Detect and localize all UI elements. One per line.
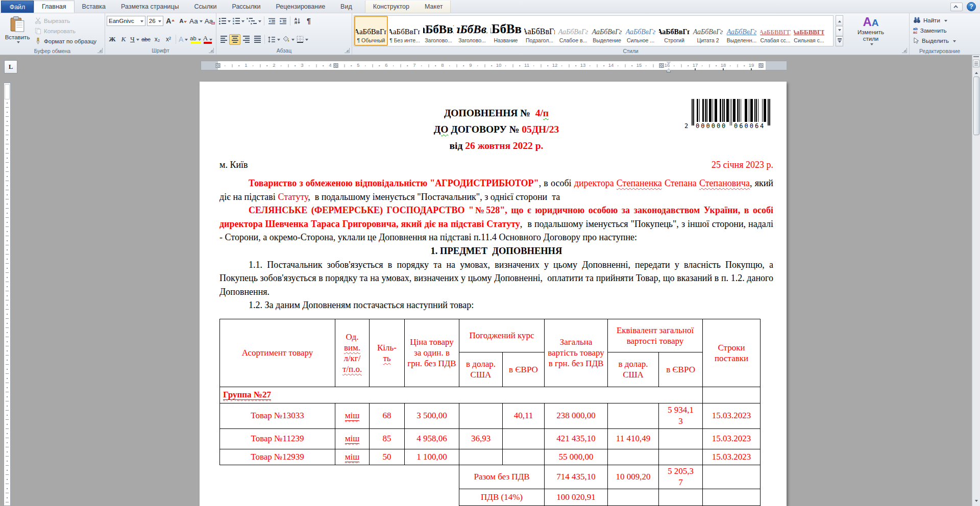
table-cell[interactable] xyxy=(503,449,545,465)
tab-конструктор[interactable]: Конструктор xyxy=(365,1,417,13)
tab-вид[interactable]: Вид xyxy=(333,1,360,13)
numbering-button[interactable] xyxy=(232,16,246,27)
strikethrough-button[interactable]: abc xyxy=(140,34,152,45)
table-cell[interactable]: 68 xyxy=(370,403,405,428)
table-cell[interactable]: 5 934,1 3 xyxy=(659,403,703,428)
styles-dialog-launcher-icon[interactable] xyxy=(902,48,907,53)
bold-button[interactable]: Ж xyxy=(107,34,118,45)
table-cell[interactable]: 15.03.2023 xyxy=(703,449,761,465)
table-cell[interactable]: 11 410,49 xyxy=(608,428,659,449)
scrollbar-thumb[interactable] xyxy=(973,77,979,135)
align-center-button[interactable] xyxy=(229,34,240,45)
col-header-equiv-usd[interactable]: в долар. США xyxy=(608,352,659,387)
table-cell[interactable]: 238 000,00 xyxy=(545,403,608,428)
minimize-ribbon-button[interactable] xyxy=(950,3,963,11)
shrink-font-button[interactable]: А xyxy=(178,16,189,27)
paste-button[interactable]: Вставить xyxy=(2,15,33,47)
table-column-marker[interactable] xyxy=(334,63,338,68)
title-line[interactable]: від 26 жовтня 2022 р. xyxy=(219,138,773,154)
find-button[interactable]: Найти xyxy=(913,15,968,26)
grow-font-button[interactable]: А xyxy=(165,16,176,27)
totals-label-cell[interactable]: Разом без ПДВ xyxy=(459,465,545,489)
table-cell[interactable] xyxy=(503,428,545,449)
table-column-marker[interactable] xyxy=(659,63,664,68)
col-header-assortment[interactable]: Асортимент товару xyxy=(220,319,335,387)
totals-label-cell[interactable]: ПДВ (14%) xyxy=(459,489,545,505)
font-size-combo[interactable]: 26 xyxy=(147,16,163,26)
col-header-equivalent[interactable]: Еквівалент загальної вартості товару xyxy=(608,319,703,352)
scroll-up-button[interactable] xyxy=(973,68,979,75)
multilevel-list-button[interactable] xyxy=(246,16,262,27)
table-cell[interactable]: Товар №12939 xyxy=(220,449,335,465)
vertical-ruler[interactable] xyxy=(4,83,11,506)
font-name-combo[interactable]: EanGnivc xyxy=(107,16,145,26)
table-cell[interactable]: 5 205,3 7 xyxy=(659,465,703,489)
style-item[interactable]: АаБбВвГгВыделение xyxy=(590,16,624,46)
style-item[interactable]: АаБбВвГг,¶ Обычный xyxy=(354,16,388,46)
style-item[interactable]: АаБбВвГгЗаголово... xyxy=(422,16,455,46)
col-header-qty[interactable]: Кіль-ть xyxy=(370,319,405,387)
tab-stop-marker[interactable] xyxy=(751,68,752,70)
tab-рецензирование[interactable]: Рецензирование xyxy=(268,1,333,13)
bullets-button[interactable] xyxy=(218,16,232,27)
view-ruler-toggle-button[interactable] xyxy=(973,60,979,67)
col-header-price[interactable]: Ціна товару за один. в грн. без ПДВ xyxy=(405,319,459,387)
col-header-rate-eur[interactable]: в ЄВРО xyxy=(503,352,545,387)
col-header-terms[interactable]: Строки поставки xyxy=(703,319,761,387)
table-cell[interactable] xyxy=(659,428,703,449)
style-item[interactable]: АаБбВвГг,Строгий xyxy=(657,16,691,46)
styles-scroll-up-button[interactable] xyxy=(836,15,843,26)
col-header-rate[interactable]: Погоджений курс xyxy=(459,319,545,352)
style-item[interactable]: АаБбВвГгПодзагол... xyxy=(523,16,556,46)
format-painter-button[interactable]: Формат по образцу xyxy=(33,36,103,46)
title-line[interactable]: ДО ДОГОВОРУ № 05ДН/23 xyxy=(219,121,773,138)
change-case-button[interactable]: Аа xyxy=(190,16,202,27)
table-cell[interactable]: 50 xyxy=(370,449,405,465)
decrease-indent-button[interactable] xyxy=(266,16,277,27)
underline-button[interactable]: Ч xyxy=(129,34,140,45)
increase-indent-button[interactable] xyxy=(277,16,288,27)
style-item[interactable]: АаБбВвГгЦитата 2 xyxy=(691,16,725,46)
text-effects-button[interactable]: А xyxy=(178,34,189,45)
table-cell[interactable]: міш xyxy=(335,449,370,465)
col-header-rate-usd[interactable]: в долар. США xyxy=(459,352,503,387)
paragraph[interactable]: Товариство з обмеженою відповідальністю … xyxy=(219,176,773,204)
tab-макет[interactable]: Макет xyxy=(417,1,450,13)
table-cell[interactable]: 421 435,10 xyxy=(545,428,608,449)
style-item[interactable]: АаБбВвГгСильное ... xyxy=(624,16,657,46)
table-cell[interactable]: 100 020,91 xyxy=(545,489,608,505)
style-item[interactable]: АаББВВГГ,Сильная с... xyxy=(792,16,826,46)
tab-stop-selector[interactable]: L xyxy=(4,60,17,73)
tab-рассылки[interactable]: Рассылки xyxy=(224,1,268,13)
tab-file[interactable]: Файл xyxy=(1,1,34,13)
col-header-equiv-eur[interactable]: в ЄВРО xyxy=(659,352,703,387)
horizontal-ruler[interactable]: 12345678910111213141516171819 xyxy=(201,61,786,70)
table-cell[interactable] xyxy=(659,449,703,465)
sort-button[interactable]: АЯ xyxy=(292,16,303,27)
style-item[interactable]: АаБбВвГгСлабое в... xyxy=(556,16,590,46)
align-right-button[interactable] xyxy=(240,34,252,45)
split-handle[interactable] xyxy=(973,56,979,58)
style-item[interactable]: АаББВВГГ,Слабая сс... xyxy=(758,16,792,46)
help-button[interactable]: ? xyxy=(967,2,976,11)
table-cell[interactable] xyxy=(703,465,761,489)
paragraph[interactable]: СЕЛЯНСЬКЕ (ФЕРМЕРСЬКЕ) ГОСПОДАРСТВО "№52… xyxy=(219,204,773,244)
copy-button[interactable]: Копировать xyxy=(33,26,103,36)
paragraph[interactable]: 1.2. За даним Доповненям постачається на… xyxy=(219,298,773,312)
table-cell[interactable]: Товар №13033 xyxy=(220,403,335,428)
table-cell[interactable] xyxy=(659,489,703,505)
vertical-scrollbar[interactable] xyxy=(972,55,980,506)
section-heading[interactable]: 1. ПРЕДМЕТ ДОПОВНЕННЯ xyxy=(219,244,773,258)
table-cell[interactable]: 36,93 xyxy=(459,428,503,449)
table-cell[interactable]: 714 435,10 xyxy=(545,465,608,489)
justify-button[interactable] xyxy=(252,34,263,45)
styles-more-button[interactable] xyxy=(836,36,843,46)
subscript-button[interactable]: х₂ xyxy=(152,34,163,45)
table-cell[interactable] xyxy=(459,403,503,428)
table-cell[interactable]: Товар №11239 xyxy=(220,428,335,449)
superscript-button[interactable]: х² xyxy=(163,34,174,45)
replace-button[interactable]: abac Заменить xyxy=(913,26,968,36)
paragraph[interactable]: 1.1. Постачальник зобов'язується в поряд… xyxy=(219,258,773,299)
col-header-unit[interactable]: Од.вим.л/кг/т/п.о. xyxy=(335,319,370,387)
style-item[interactable]: АаБбВвГгЗаголово... xyxy=(455,16,489,46)
